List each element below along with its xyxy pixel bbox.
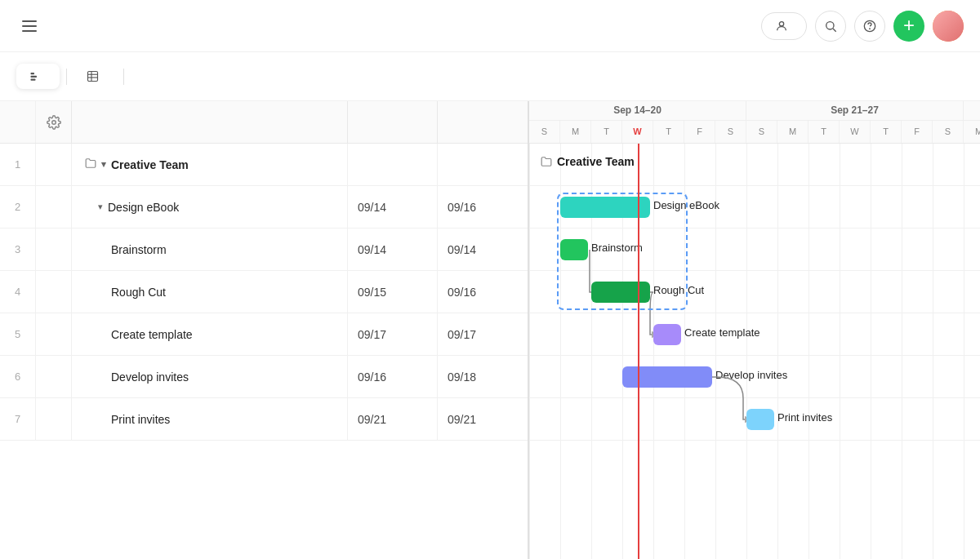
row-title-text: Develop invites <box>111 370 189 384</box>
gantt-bar[interactable] <box>746 409 774 430</box>
gantt-day-cell: S <box>715 121 746 143</box>
row-start-date: 09/16 <box>348 356 438 397</box>
help-button[interactable] <box>854 11 885 42</box>
svg-point-1 <box>826 21 834 29</box>
row-title-cell: Develop invites <box>72 356 348 397</box>
row-number: 3 <box>0 228 36 270</box>
header-right: + <box>761 11 964 42</box>
main-area: 1▾Creative Team2▾Design eBook09/1409/163… <box>0 101 980 559</box>
gantt-day-cell: W <box>622 121 653 143</box>
row-due-date: 09/18 <box>438 356 528 397</box>
row-title-text: Brainstorm <box>111 243 167 256</box>
row-due-date: 09/16 <box>438 271 528 313</box>
header-left <box>16 13 52 39</box>
header: + <box>0 0 980 52</box>
table-row[interactable]: 7Print invites09/2109/21 <box>0 398 528 441</box>
table-row[interactable]: 4Rough Cut09/1509/16 <box>0 271 528 313</box>
week-sep28: Sep 2 <box>964 101 980 120</box>
gantt-group-label: Creative Team <box>541 155 635 168</box>
selection-box <box>557 193 688 310</box>
row-title-text: Rough Cut <box>111 286 166 299</box>
menu-button[interactable] <box>16 13 42 39</box>
right-panel: Sep 14–20 Sep 21–27 Sep 2 SMTWTFSSMTWTFS… <box>529 101 980 559</box>
gantt-body: Creative TeamDesign eBookBrainstormRough… <box>529 144 980 559</box>
row-settings-cell <box>36 186 72 228</box>
table-row[interactable]: 1▾Creative Team <box>0 144 528 186</box>
left-panel: 1▾Creative Team2▾Design eBook09/1409/163… <box>0 101 529 559</box>
row-settings-cell <box>36 144 72 185</box>
gantt-day-cell: T <box>808 121 840 143</box>
add-button[interactable]: + <box>893 11 924 42</box>
gantt-day-cell: W <box>840 121 871 143</box>
svg-point-12 <box>51 120 56 124</box>
gantt-week-row: Sep 14–20 Sep 21–27 Sep 2 <box>529 101 980 121</box>
help-icon <box>863 20 876 33</box>
row-title-text: Creative Team <box>111 158 189 171</box>
row-number: 1 <box>0 144 36 185</box>
gantt-bar[interactable] <box>622 366 712 388</box>
gantt-bar-label: Develop invites <box>715 369 787 381</box>
row-due-date: 09/21 <box>438 398 528 440</box>
row-settings-cell <box>36 228 72 270</box>
gantt-day-cell: M <box>964 121 980 143</box>
today-line <box>638 144 639 559</box>
row-settings-cell <box>36 356 72 397</box>
gantt-day-cell: S <box>529 121 560 143</box>
row-due-date: 09/16 <box>438 186 528 228</box>
row-title-text: Create template <box>111 328 193 341</box>
row-settings-cell <box>36 313 72 355</box>
avatar[interactable] <box>933 11 964 42</box>
gantt-bar[interactable] <box>653 324 681 345</box>
gantt-day-cell: T <box>591 121 622 143</box>
svg-rect-7 <box>31 79 36 81</box>
svg-rect-5 <box>31 73 35 74</box>
row-settings-cell <box>36 271 72 313</box>
row-number: 7 <box>0 398 36 440</box>
start-col-header <box>348 101 438 143</box>
gantt-day-cell: M <box>560 121 591 143</box>
menu-icon <box>17 16 42 37</box>
gantt-icon <box>29 70 42 82</box>
row-title-cell: ▾Design eBook <box>72 186 348 228</box>
row-settings-cell <box>36 398 72 440</box>
row-title-text: Design eBook <box>108 201 179 214</box>
add-view-button[interactable] <box>131 70 154 83</box>
gantt-bar-label: Print invites <box>777 411 832 424</box>
toolbar <box>0 52 980 101</box>
add-icon: + <box>903 16 915 35</box>
share-button[interactable] <box>761 12 807 40</box>
table-rows: 1▾Creative Team2▾Design eBook09/1409/163… <box>0 144 528 559</box>
svg-line-2 <box>833 29 836 32</box>
table-icon <box>87 70 99 82</box>
settings-icon <box>47 115 61 130</box>
row-title-cell: ▾Creative Team <box>72 144 348 185</box>
gantt-day-cell: S <box>746 121 777 143</box>
gantt-day-row: SMTWTFSSMTWTFSMT <box>529 121 980 143</box>
week-sep14: Sep 14–20 <box>529 101 746 120</box>
table-row[interactable]: 2▾Design eBook09/1409/16 <box>0 186 528 228</box>
row-number: 5 <box>0 313 36 355</box>
row-start-date <box>348 144 438 185</box>
search-button[interactable] <box>815 11 846 42</box>
gantt-header: Sep 14–20 Sep 21–27 Sep 2 SMTWTFSSMTWTFS… <box>529 101 980 144</box>
settings-col-header[interactable] <box>36 101 72 143</box>
row-title-cell: Rough Cut <box>72 271 348 313</box>
chevron-icon: ▾ <box>101 159 106 170</box>
row-number: 4 <box>0 271 36 313</box>
title-col-header <box>72 101 348 143</box>
row-title-cell: Brainstorm <box>72 228 348 270</box>
row-due-date: 09/14 <box>438 228 528 270</box>
week-sep21: Sep 21–27 <box>746 101 964 120</box>
search-icon <box>824 20 837 33</box>
table-row[interactable]: 3Brainstorm09/1409/14 <box>0 228 528 271</box>
table-tab[interactable] <box>74 64 117 89</box>
tab-divider <box>66 69 67 85</box>
gantt-chart-tab[interactable] <box>16 64 60 89</box>
svg-point-4 <box>870 29 871 29</box>
table-row[interactable]: 5Create template09/1709/17 <box>0 313 528 356</box>
table-row[interactable]: 6Develop invites09/1609/18 <box>0 356 528 398</box>
row-title-cell: Print invites <box>72 398 348 440</box>
gantt-day-cell: S <box>933 121 964 143</box>
row-due-date: 09/17 <box>438 313 528 355</box>
row-title-cell: Create template <box>72 313 348 355</box>
